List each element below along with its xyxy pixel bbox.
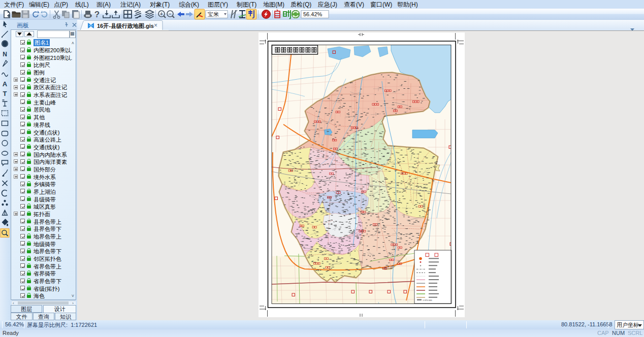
svg-text:N: N	[3, 51, 7, 58]
svg-text:−: −	[169, 11, 172, 17]
svg-text:56.42%: 56.42%	[303, 11, 323, 17]
svg-text:+: +	[160, 11, 163, 17]
svg-text:1:370 000: 1:370 000	[423, 299, 432, 301]
svg-text:T: T	[3, 90, 7, 97]
svg-text:A: A	[3, 80, 8, 88]
svg-text:?: ?	[94, 10, 100, 19]
svg-text:宝米: 宝米	[208, 11, 219, 17]
